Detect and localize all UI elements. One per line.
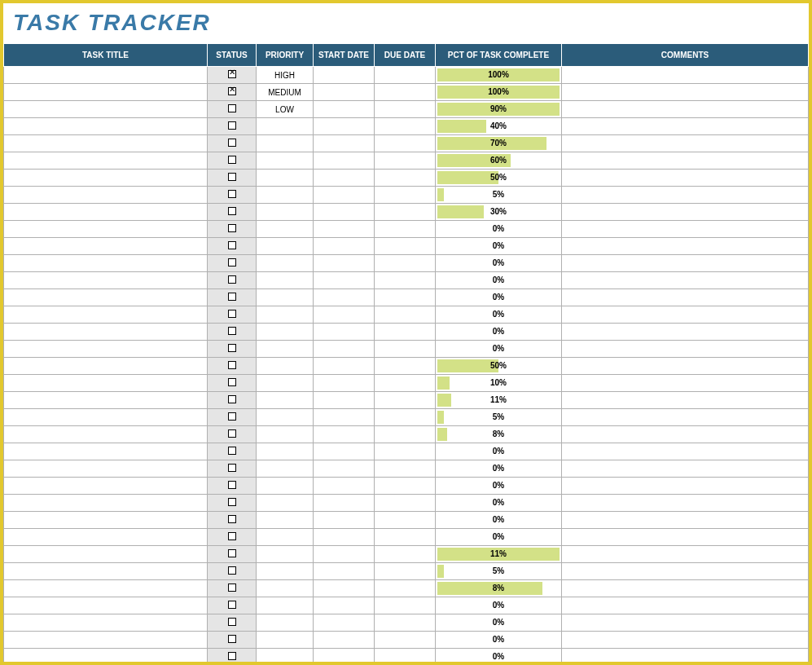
status-cell[interactable] bbox=[208, 187, 257, 204]
comments-cell[interactable] bbox=[562, 580, 809, 597]
start-date-cell[interactable] bbox=[314, 426, 375, 443]
status-cell[interactable] bbox=[208, 221, 257, 238]
priority-cell[interactable] bbox=[257, 512, 314, 529]
start-date-cell[interactable] bbox=[314, 409, 375, 426]
start-date-cell[interactable] bbox=[314, 597, 375, 614]
due-date-cell[interactable] bbox=[375, 135, 436, 152]
priority-cell[interactable] bbox=[257, 118, 314, 135]
comments-cell[interactable] bbox=[562, 597, 809, 614]
status-cell[interactable] bbox=[208, 67, 257, 84]
priority-cell[interactable] bbox=[257, 546, 314, 563]
status-checkbox-icon[interactable] bbox=[228, 121, 236, 130]
status-checkbox-icon[interactable] bbox=[228, 464, 236, 472]
status-cell[interactable] bbox=[208, 238, 257, 255]
status-cell[interactable] bbox=[208, 84, 257, 101]
start-date-cell[interactable] bbox=[314, 255, 375, 272]
task-title-cell[interactable] bbox=[4, 426, 208, 443]
start-date-cell[interactable] bbox=[314, 546, 375, 563]
task-title-cell[interactable] bbox=[4, 272, 208, 289]
priority-cell[interactable] bbox=[257, 409, 314, 426]
priority-cell[interactable] bbox=[257, 443, 314, 460]
task-title-cell[interactable] bbox=[4, 152, 208, 170]
status-cell[interactable] bbox=[208, 460, 257, 478]
start-date-cell[interactable] bbox=[314, 563, 375, 580]
start-date-cell[interactable] bbox=[314, 204, 375, 221]
start-date-cell[interactable] bbox=[314, 375, 375, 392]
status-cell[interactable] bbox=[208, 204, 257, 221]
task-title-cell[interactable] bbox=[4, 341, 208, 358]
priority-cell[interactable] bbox=[257, 478, 314, 495]
priority-cell[interactable] bbox=[257, 375, 314, 392]
start-date-cell[interactable] bbox=[314, 187, 375, 204]
due-date-cell[interactable] bbox=[375, 426, 436, 443]
due-date-cell[interactable] bbox=[375, 170, 436, 187]
status-checkbox-icon[interactable] bbox=[228, 275, 236, 284]
status-cell[interactable] bbox=[208, 495, 257, 512]
start-date-cell[interactable] bbox=[314, 632, 375, 649]
priority-cell[interactable] bbox=[257, 238, 314, 255]
status-cell[interactable] bbox=[208, 358, 257, 375]
comments-cell[interactable] bbox=[562, 546, 809, 563]
due-date-cell[interactable] bbox=[375, 221, 436, 238]
start-date-cell[interactable] bbox=[314, 135, 375, 152]
task-title-cell[interactable] bbox=[4, 546, 208, 563]
start-date-cell[interactable] bbox=[314, 306, 375, 324]
priority-cell[interactable] bbox=[257, 204, 314, 221]
start-date-cell[interactable] bbox=[314, 512, 375, 529]
due-date-cell[interactable] bbox=[375, 289, 436, 306]
status-checkbox-icon[interactable] bbox=[228, 481, 236, 489]
task-title-cell[interactable] bbox=[4, 101, 208, 118]
task-title-cell[interactable] bbox=[4, 187, 208, 204]
start-date-cell[interactable] bbox=[314, 84, 375, 101]
comments-cell[interactable] bbox=[562, 324, 809, 341]
due-date-cell[interactable] bbox=[375, 460, 436, 478]
due-date-cell[interactable] bbox=[375, 306, 436, 324]
due-date-cell[interactable] bbox=[375, 204, 436, 221]
status-cell[interactable] bbox=[208, 443, 257, 460]
due-date-cell[interactable] bbox=[375, 187, 436, 204]
start-date-cell[interactable] bbox=[314, 529, 375, 546]
priority-cell[interactable] bbox=[257, 221, 314, 238]
status-checkbox-icon[interactable] bbox=[228, 327, 236, 335]
status-checkbox-icon[interactable] bbox=[228, 361, 236, 369]
due-date-cell[interactable] bbox=[375, 614, 436, 632]
task-title-cell[interactable] bbox=[4, 118, 208, 135]
due-date-cell[interactable] bbox=[375, 409, 436, 426]
status-cell[interactable] bbox=[208, 409, 257, 426]
status-checkbox-icon[interactable] bbox=[228, 87, 236, 95]
comments-cell[interactable] bbox=[562, 306, 809, 324]
priority-cell[interactable]: HIGH bbox=[257, 67, 314, 84]
comments-cell[interactable] bbox=[562, 495, 809, 512]
task-title-cell[interactable] bbox=[4, 67, 208, 84]
priority-cell[interactable] bbox=[257, 580, 314, 597]
task-title-cell[interactable] bbox=[4, 84, 208, 101]
start-date-cell[interactable] bbox=[314, 358, 375, 375]
task-title-cell[interactable] bbox=[4, 324, 208, 341]
status-checkbox-icon[interactable] bbox=[228, 156, 236, 164]
status-checkbox-icon[interactable] bbox=[228, 139, 236, 147]
start-date-cell[interactable] bbox=[314, 460, 375, 478]
task-title-cell[interactable] bbox=[4, 392, 208, 409]
task-title-cell[interactable] bbox=[4, 289, 208, 306]
due-date-cell[interactable] bbox=[375, 443, 436, 460]
status-cell[interactable] bbox=[208, 324, 257, 341]
comments-cell[interactable] bbox=[562, 187, 809, 204]
status-checkbox-icon[interactable] bbox=[228, 207, 236, 215]
priority-cell[interactable] bbox=[257, 358, 314, 375]
status-cell[interactable] bbox=[208, 101, 257, 118]
status-checkbox-icon[interactable] bbox=[228, 224, 236, 232]
status-checkbox-icon[interactable] bbox=[228, 566, 236, 575]
priority-cell[interactable] bbox=[257, 341, 314, 358]
task-title-cell[interactable] bbox=[4, 135, 208, 152]
comments-cell[interactable] bbox=[562, 392, 809, 409]
start-date-cell[interactable] bbox=[314, 324, 375, 341]
status-cell[interactable] bbox=[208, 426, 257, 443]
priority-cell[interactable] bbox=[257, 426, 314, 443]
status-cell[interactable] bbox=[208, 632, 257, 649]
status-checkbox-icon[interactable] bbox=[228, 515, 236, 523]
comments-cell[interactable] bbox=[562, 443, 809, 460]
priority-cell[interactable]: LOW bbox=[257, 101, 314, 118]
status-checkbox-icon[interactable] bbox=[228, 618, 236, 626]
priority-cell[interactable] bbox=[257, 460, 314, 478]
comments-cell[interactable] bbox=[562, 118, 809, 135]
